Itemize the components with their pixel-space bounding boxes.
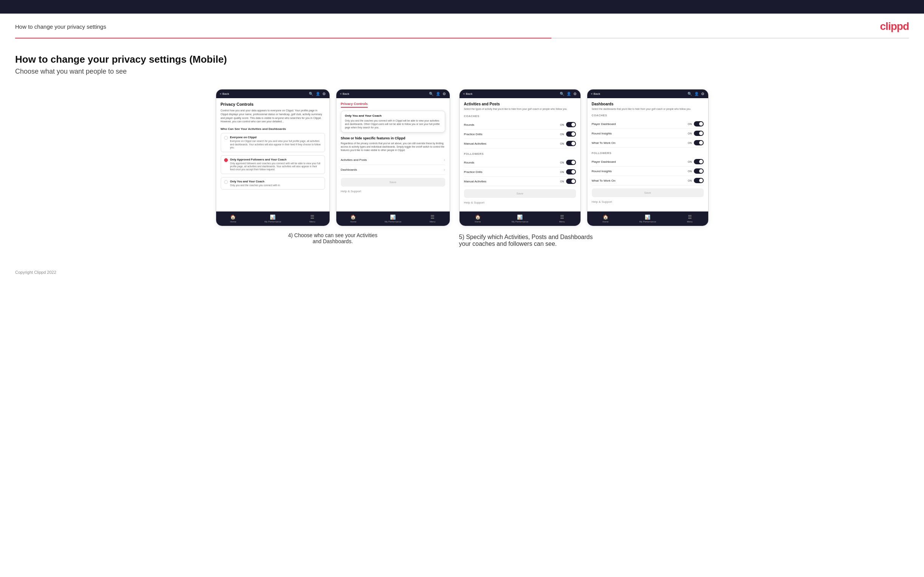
- option-approved[interactable]: Only Approved Followers and Your Coach O…: [221, 155, 325, 174]
- followers-player-dash-toggle-group: ON: [688, 159, 704, 164]
- option-everyone[interactable]: Everyone on Clippd Everyone on Clippd ca…: [221, 133, 325, 152]
- toggle-coaches-rounds[interactable]: Rounds ON: [464, 120, 576, 129]
- nav-performance-label-4: My Performance: [640, 221, 656, 223]
- nav-home-1[interactable]: 🏠 Home: [230, 214, 236, 223]
- nav-menu-4[interactable]: ☰ Menu: [687, 214, 693, 223]
- coaches-what-to-work-label: What To Work On: [592, 141, 615, 145]
- followers-drills-switch[interactable]: [566, 169, 576, 174]
- option-only-you[interactable]: Only You and Your Coach Only you and the…: [221, 177, 325, 190]
- phone-screen-1: < Back 🔍 👤 ⚙ Privacy Controls Control ho…: [216, 89, 330, 226]
- coaches-what-to-work-switch[interactable]: [694, 140, 704, 145]
- top-bar: [0, 0, 924, 14]
- toggle-followers-drills[interactable]: Practice Drills ON: [464, 167, 576, 177]
- search-icon-3[interactable]: 🔍: [560, 92, 564, 96]
- back-icon-4[interactable]: < Back: [591, 92, 601, 95]
- copyright: Copyright Clippd 2022: [15, 270, 909, 274]
- followers-round-insights-switch[interactable]: [694, 168, 704, 174]
- menu-item-dashboards[interactable]: Dashboards ›: [341, 165, 445, 175]
- followers-rounds-switch[interactable]: [566, 160, 576, 165]
- phone-group-3: < Back 🔍 👤 ⚙ Activities and Posts Select…: [459, 89, 581, 226]
- toggle-coaches-manual[interactable]: Manual Activities ON: [464, 139, 576, 148]
- coaches-round-insights-switch[interactable]: [694, 131, 704, 136]
- popup-text-2: Only you and the coaches you connect wit…: [345, 119, 441, 129]
- back-icon-1[interactable]: < Back: [220, 92, 229, 95]
- back-icon-2[interactable]: < Back: [340, 92, 350, 95]
- toggle-coaches-what-to-work[interactable]: What To Work On ON: [592, 138, 704, 148]
- phone-4-back[interactable]: < Back: [591, 92, 601, 95]
- nav-menu-1[interactable]: ☰ Menu: [310, 214, 315, 223]
- phone-3-back[interactable]: < Back: [463, 92, 473, 95]
- page-heading: How to change your privacy settings (Mob…: [15, 54, 909, 65]
- phone-1-topbar: < Back 🔍 👤 ⚙: [216, 90, 330, 98]
- coaches-drills-switch[interactable]: [566, 131, 576, 137]
- performance-icon-4: 📊: [645, 214, 650, 220]
- radio-only-you[interactable]: [224, 180, 228, 184]
- save-button-3[interactable]: Save: [464, 189, 576, 198]
- settings-icon-4[interactable]: ⚙: [701, 92, 704, 96]
- coaches-label-3: COACHES: [464, 114, 576, 118]
- followers-manual-switch[interactable]: [566, 179, 576, 184]
- nav-performance-3[interactable]: 📊 My Performance: [512, 214, 528, 223]
- coaches-manual-switch[interactable]: [566, 141, 576, 146]
- phone-4-icons: 🔍 👤 ⚙: [687, 92, 704, 96]
- phone-group-2: < Back 🔍 👤 ⚙ Privacy Controls: [336, 89, 450, 226]
- save-button-2[interactable]: Save: [341, 178, 445, 187]
- phone-2-back[interactable]: < Back: [340, 92, 350, 95]
- toggle-coaches-round-insights[interactable]: Round Insights ON: [592, 129, 704, 138]
- nav-performance-2[interactable]: 📊 My Performance: [385, 214, 401, 223]
- coaches-manual-toggle-group: ON: [560, 141, 576, 146]
- search-icon-1[interactable]: 🔍: [309, 92, 313, 96]
- people-icon-1[interactable]: 👤: [315, 92, 320, 96]
- coaches-rounds-label: Rounds: [464, 123, 475, 126]
- people-icon-4[interactable]: 👤: [694, 92, 699, 96]
- toggle-coaches-drills[interactable]: Practice Drills ON: [464, 129, 576, 139]
- settings-icon-1[interactable]: ⚙: [322, 92, 326, 96]
- nav-performance-1[interactable]: 📊 My Performance: [265, 214, 281, 223]
- logo: clippd: [880, 20, 909, 32]
- nav-home-label-3: Home: [475, 221, 481, 223]
- nav-performance-label-1: My Performance: [265, 221, 281, 223]
- settings-icon-3[interactable]: ⚙: [573, 92, 577, 96]
- settings-icon-2[interactable]: ⚙: [443, 92, 446, 96]
- privacy-tab-2[interactable]: Privacy Controls: [341, 102, 368, 108]
- coaches-manual-on: ON: [560, 142, 564, 145]
- nav-menu-3[interactable]: ☰ Menu: [559, 214, 565, 223]
- back-icon-3[interactable]: < Back: [463, 92, 473, 95]
- menu-icon-4: ☰: [688, 214, 692, 220]
- people-icon-2[interactable]: 👤: [436, 92, 440, 96]
- help-section-2: Help & Support: [341, 187, 445, 193]
- menu-icon-2: ☰: [430, 214, 435, 220]
- nav-home-3[interactable]: 🏠 Home: [475, 214, 481, 223]
- followers-label-3: FOLLOWERS: [464, 152, 576, 156]
- search-icon-4[interactable]: 🔍: [687, 92, 692, 96]
- phone-screen-3: < Back 🔍 👤 ⚙ Activities and Posts Select…: [459, 89, 581, 226]
- toggle-coaches-player-dash[interactable]: Player Dashboard ON: [592, 119, 704, 129]
- toggle-followers-what-to-work[interactable]: What To Work On ON: [592, 176, 704, 185]
- search-icon-2[interactable]: 🔍: [429, 92, 433, 96]
- popup-box-2: Only You and Your Coach Only you and the…: [341, 111, 445, 132]
- nav-menu-label-3: Menu: [559, 221, 565, 223]
- nav-menu-2[interactable]: ☰ Menu: [430, 214, 435, 223]
- phone-1-back[interactable]: < Back: [220, 92, 229, 95]
- nav-performance-4[interactable]: 📊 My Performance: [640, 214, 656, 223]
- save-button-4[interactable]: Save: [592, 189, 704, 197]
- menu-item-activities[interactable]: Activities and Posts ›: [341, 155, 445, 165]
- radio-approved[interactable]: [224, 158, 228, 162]
- nav-home-4[interactable]: 🏠 Home: [603, 214, 609, 223]
- toggle-followers-player-dash[interactable]: Player Dashboard ON: [592, 157, 704, 166]
- nav-home-label-2: Home: [351, 221, 356, 223]
- activities-posts-title: Activities and Posts: [464, 102, 576, 106]
- option-only-you-text: Only You and Your Coach Only you and the…: [230, 180, 280, 187]
- toggle-followers-round-insights[interactable]: Round Insights ON: [592, 166, 704, 176]
- toggle-followers-manual[interactable]: Manual Activities ON: [464, 177, 576, 186]
- radio-everyone[interactable]: [224, 136, 228, 140]
- coaches-player-dash-switch[interactable]: [694, 121, 704, 126]
- followers-manual-label: Manual Activities: [464, 180, 487, 183]
- followers-what-to-work-switch[interactable]: [694, 178, 704, 183]
- people-icon-3[interactable]: 👤: [567, 92, 571, 96]
- nav-home-2[interactable]: 🏠 Home: [351, 214, 356, 223]
- coaches-rounds-switch[interactable]: [566, 122, 576, 127]
- toggle-followers-rounds[interactable]: Rounds ON: [464, 158, 576, 167]
- followers-drills-toggle-group: ON: [560, 169, 576, 174]
- followers-player-dash-switch[interactable]: [694, 159, 704, 164]
